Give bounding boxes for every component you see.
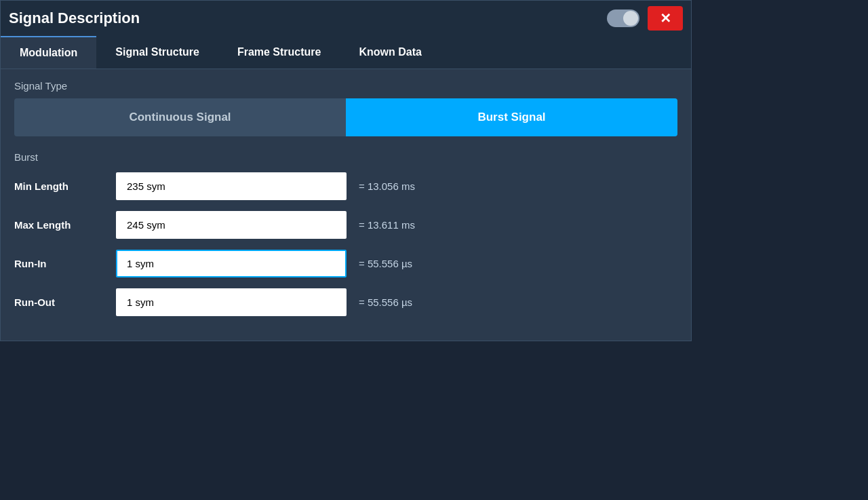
run-out-label: Run-Out bbox=[14, 296, 116, 308]
min-length-unit: = 13.056 ms bbox=[359, 180, 415, 192]
run-out-input[interactable] bbox=[116, 288, 347, 316]
title-bar: Signal Description ✕ bbox=[1, 1, 691, 36]
signal-type-buttons: Continuous Signal Burst Signal bbox=[14, 98, 677, 136]
tabs-bar: Modulation Signal Structure Frame Struct… bbox=[1, 36, 691, 69]
continuous-signal-button[interactable]: Continuous Signal bbox=[14, 98, 346, 136]
burst-section-label: Burst bbox=[14, 151, 677, 163]
run-out-row: Run-Out = 55.556 µs bbox=[14, 288, 677, 316]
max-length-input[interactable] bbox=[116, 211, 347, 239]
tab-modulation[interactable]: Modulation bbox=[1, 36, 96, 69]
run-in-row: Run-In = 55.556 µs bbox=[14, 250, 677, 277]
content-area: Signal Type Continuous Signal Burst Sign… bbox=[1, 69, 691, 341]
signal-description-dialog: Signal Description ✕ Modulation Signal S… bbox=[0, 0, 692, 341]
max-length-label: Max Length bbox=[14, 219, 116, 231]
tab-frame-structure[interactable]: Frame Structure bbox=[218, 36, 340, 69]
run-in-input[interactable] bbox=[116, 250, 347, 277]
max-length-row: Max Length = 13.611 ms bbox=[14, 211, 677, 239]
max-length-unit: = 13.611 ms bbox=[359, 219, 415, 231]
run-out-unit: = 55.556 µs bbox=[359, 296, 412, 308]
run-in-label: Run-In bbox=[14, 258, 116, 269]
toggle-switch[interactable] bbox=[607, 9, 639, 27]
min-length-row: Min Length = 13.056 ms bbox=[14, 172, 677, 200]
signal-type-label: Signal Type bbox=[14, 80, 677, 92]
tab-known-data[interactable]: Known Data bbox=[340, 36, 440, 69]
burst-signal-button[interactable]: Burst Signal bbox=[346, 98, 677, 136]
dialog-title: Signal Description bbox=[9, 9, 140, 27]
close-button[interactable]: ✕ bbox=[648, 6, 683, 31]
min-length-label: Min Length bbox=[14, 180, 116, 192]
run-in-unit: = 55.556 µs bbox=[359, 258, 412, 269]
title-controls: ✕ bbox=[607, 6, 683, 31]
min-length-input[interactable] bbox=[116, 172, 347, 200]
tab-signal-structure[interactable]: Signal Structure bbox=[96, 36, 218, 69]
